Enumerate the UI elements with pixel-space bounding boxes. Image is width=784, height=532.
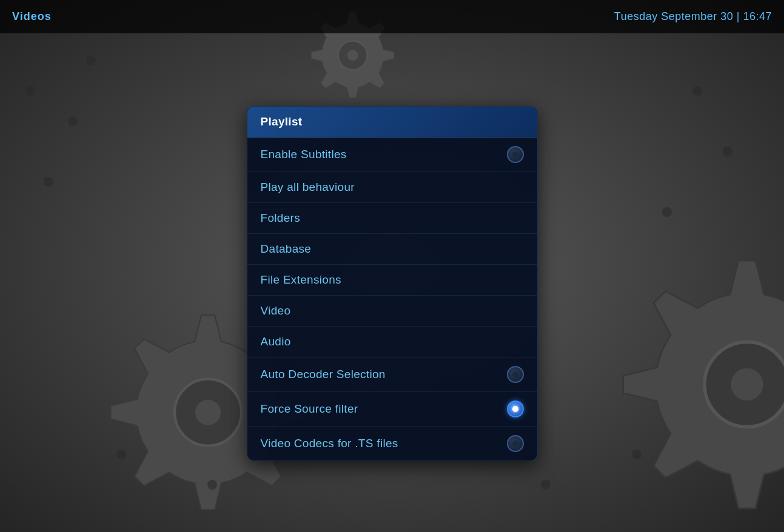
svg-point-17 [632, 450, 642, 459]
menu-item-label-playlist: Playlist [261, 115, 303, 128]
menu-item-file-extensions[interactable]: File Extensions [247, 265, 537, 296]
menu-item-audio[interactable]: Audio [247, 327, 537, 357]
datetime: Tuesday September 30 | 16:47 [614, 10, 772, 23]
svg-point-11 [692, 86, 702, 96]
svg-point-4 [730, 367, 764, 401]
svg-point-16 [116, 450, 126, 459]
menu-item-label-enable-subtitles: Enable Subtitles [261, 148, 347, 161]
menu-item-label-force-source-filter: Force Source filter [261, 402, 358, 416]
svg-point-8 [68, 116, 78, 126]
toggle-dot-auto-decoder-selection [512, 371, 518, 377]
menu-item-label-database: Database [261, 242, 312, 256]
menu-item-video[interactable]: Video [247, 296, 537, 327]
svg-point-13 [662, 207, 672, 217]
menu-item-label-auto-decoder-selection: Auto Decoder Selection [261, 368, 386, 381]
toggle-enable-subtitles[interactable] [507, 146, 524, 163]
menu-item-auto-decoder-selection[interactable]: Auto Decoder Selection [247, 357, 537, 392]
toggle-dot-force-source-filter [512, 406, 518, 412]
toggle-dot-enable-subtitles [512, 151, 518, 158]
menu-item-label-folders: Folders [261, 211, 300, 225]
svg-point-10 [86, 56, 96, 65]
app-title: Videos [12, 10, 52, 23]
menu-item-label-audio: Audio [261, 335, 291, 348]
svg-point-7 [25, 86, 35, 96]
menu-item-label-file-extensions: File Extensions [261, 273, 341, 287]
menu-item-label-video: Video [261, 304, 291, 318]
menu-item-playlist[interactable]: Playlist [247, 107, 537, 138]
svg-point-12 [723, 147, 732, 156]
svg-point-6 [347, 50, 359, 62]
menu-item-database[interactable]: Database [247, 234, 537, 265]
menu-item-enable-subtitles[interactable]: Enable Subtitles [247, 138, 537, 172]
menu-item-label-play-all-behaviour: Play all behaviour [261, 181, 355, 194]
svg-point-9 [44, 177, 53, 187]
svg-point-2 [195, 399, 221, 426]
toggle-auto-decoder-selection[interactable] [507, 366, 524, 383]
menu-item-folders[interactable]: Folders [247, 203, 537, 234]
menu-item-force-source-filter[interactable]: Force Source filter [247, 392, 537, 427]
toggle-force-source-filter[interactable] [507, 401, 524, 417]
menu-item-play-all-behaviour[interactable]: Play all behaviour [247, 172, 537, 203]
menu-panel: PlaylistEnable SubtitlesPlay all behavio… [247, 106, 538, 461]
menu-item-video-codecs-ts[interactable]: Video Codecs for .TS files [247, 427, 537, 461]
svg-point-15 [541, 480, 551, 490]
toggle-video-codecs-ts[interactable] [507, 435, 524, 452]
menu-item-label-video-codecs-ts: Video Codecs for .TS files [261, 437, 398, 450]
toggle-dot-video-codecs-ts [512, 441, 518, 447]
svg-point-14 [207, 480, 217, 490]
top-bar: Videos Tuesday September 30 | 16:47 [0, 0, 784, 33]
